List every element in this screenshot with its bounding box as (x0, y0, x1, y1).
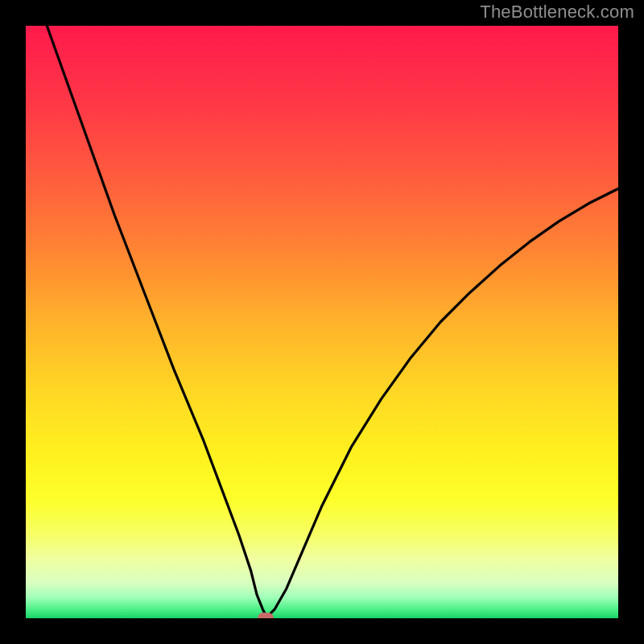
chart-frame: TheBottleneck.com (0, 0, 644, 644)
plot-area (26, 26, 618, 618)
optimal-point-marker (258, 613, 274, 618)
watermark-text: TheBottleneck.com (480, 2, 634, 23)
bottleneck-curve (26, 26, 618, 618)
